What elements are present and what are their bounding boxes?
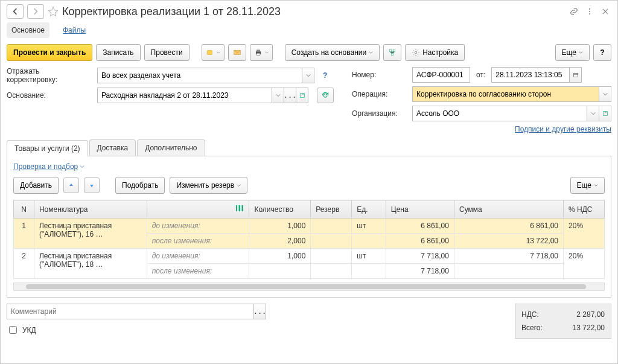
check-and-pick-link[interactable]: Проверка и подбор <box>13 162 84 171</box>
mail-button[interactable] <box>228 44 246 61</box>
row-vat[interactable]: 20% <box>564 249 605 279</box>
after-price[interactable]: 7 718,00 <box>386 264 454 279</box>
col-unit[interactable]: Ед. <box>352 200 386 219</box>
number-input[interactable] <box>412 67 470 83</box>
svg-rect-13 <box>573 73 578 77</box>
svg-point-0 <box>589 8 590 10</box>
post-button[interactable]: Провести <box>144 44 190 61</box>
ot-label: от: <box>476 71 485 79</box>
tab-main[interactable]: Основное <box>7 22 49 38</box>
table-row[interactable]: 1Лестница приставная ("АЛЮМЕТ"), 16 …до … <box>14 219 605 234</box>
before-qty[interactable]: 1,000 <box>249 219 311 234</box>
help-button[interactable]: ? <box>593 44 611 61</box>
svg-point-2 <box>589 13 590 14</box>
operation-combo[interactable] <box>412 86 599 102</box>
basis-dropdown[interactable] <box>272 88 284 103</box>
page-title: Корректировка реализации 1 от 28.11.2023 <box>62 5 564 18</box>
basis-open[interactable] <box>296 88 308 103</box>
basis-choose[interactable]: ... <box>284 88 296 103</box>
after-qty[interactable] <box>249 264 311 279</box>
reflect-help[interactable]: ? <box>323 71 327 80</box>
org-open[interactable] <box>599 106 611 121</box>
create-based-on-button[interactable]: Создать на основании <box>285 44 380 61</box>
attach-button[interactable] <box>202 44 225 61</box>
settings-button[interactable]: Настройка <box>405 44 465 61</box>
tab-goods[interactable]: Товары и услуги (2) <box>7 140 88 156</box>
before-sum[interactable]: 6 861,00 <box>454 219 563 234</box>
comment-expand[interactable]: ... <box>254 304 266 319</box>
date-input[interactable] <box>491 67 570 83</box>
basis-refresh[interactable] <box>317 88 334 103</box>
more-button[interactable]: Еще <box>555 44 590 61</box>
row-item[interactable]: Лестница приставная ("АЛЮМЕТ"), 18 … <box>34 249 147 279</box>
before-unit[interactable]: шт <box>352 219 386 234</box>
link-icon[interactable] <box>568 5 580 18</box>
col-n[interactable]: N <box>14 200 34 219</box>
operation-dropdown[interactable] <box>599 86 611 102</box>
tab-files[interactable]: Файлы <box>58 22 91 38</box>
pick-button[interactable]: Подобрать <box>115 177 165 194</box>
tab-extra[interactable]: Дополнительно <box>137 139 205 156</box>
svg-rect-10 <box>391 53 393 56</box>
after-unit[interactable] <box>352 234 386 249</box>
signatures-link[interactable]: Подписи и другие реквизиты <box>515 125 611 133</box>
after-reserve[interactable] <box>311 234 352 249</box>
forward-button[interactable] <box>27 4 44 19</box>
after-price[interactable]: 6 861,00 <box>386 234 454 249</box>
tab-delivery[interactable]: Доставка <box>89 139 136 156</box>
col-change[interactable] <box>147 200 249 219</box>
move-up-button[interactable] <box>63 177 79 193</box>
before-reserve[interactable] <box>311 219 352 234</box>
svg-rect-14 <box>603 112 607 116</box>
close-icon[interactable] <box>599 5 611 18</box>
basis-input[interactable] <box>97 88 272 103</box>
row-vat[interactable]: 20% <box>564 219 605 249</box>
after-sum[interactable]: 13 722,00 <box>454 234 563 249</box>
comment-input[interactable] <box>7 304 254 319</box>
date-picker[interactable] <box>570 67 582 83</box>
col-vat[interactable]: % НДС <box>564 200 605 219</box>
before-unit[interactable]: шт <box>352 249 386 264</box>
move-down-button[interactable] <box>84 177 100 193</box>
goods-table[interactable]: N Номенклатура Количество Резерв Ед. Цен… <box>13 200 605 279</box>
after-sum[interactable] <box>454 264 563 279</box>
change-reserve-button[interactable]: Изменить резерв <box>170 177 247 194</box>
structure-button[interactable] <box>383 44 401 61</box>
write-button[interactable]: Записать <box>96 44 140 61</box>
org-dropdown[interactable] <box>587 106 599 121</box>
reflect-dropdown[interactable] <box>302 68 314 83</box>
svg-rect-19 <box>242 205 243 211</box>
table-row[interactable]: 2Лестница приставная ("АЛЮМЕТ"), 18 …до … <box>14 249 605 264</box>
before-reserve[interactable] <box>311 249 352 264</box>
ukd-checkbox[interactable] <box>9 326 17 334</box>
col-reserve[interactable]: Резерв <box>311 200 352 219</box>
before-price[interactable]: 6 861,00 <box>386 219 454 234</box>
kebab-icon[interactable] <box>584 5 596 18</box>
back-button[interactable] <box>7 4 24 19</box>
col-sum[interactable]: Сумма <box>454 200 563 219</box>
col-item[interactable]: Номенклатура <box>34 200 147 219</box>
col-price[interactable]: Цена <box>386 200 454 219</box>
add-row-button[interactable]: Добавить <box>13 177 59 194</box>
col-qty[interactable]: Количество <box>249 200 311 219</box>
reflect-combo[interactable] <box>97 68 302 83</box>
org-combo[interactable] <box>412 106 587 121</box>
row-item[interactable]: Лестница приставная ("АЛЮМЕТ"), 16 … <box>34 219 147 249</box>
after-unit[interactable] <box>352 264 386 279</box>
before-sum[interactable]: 7 718,00 <box>454 249 563 264</box>
svg-rect-18 <box>241 205 241 211</box>
before-price[interactable]: 7 718,00 <box>386 249 454 264</box>
barcode-icon <box>235 204 244 214</box>
svg-rect-9 <box>393 49 395 52</box>
favorite-star-icon[interactable] <box>48 6 59 17</box>
row-number: 1 <box>14 219 34 249</box>
before-qty[interactable]: 1,000 <box>249 249 311 264</box>
after-label: после изменения: <box>147 264 249 279</box>
print-button[interactable] <box>250 44 273 61</box>
post-and-close-button[interactable]: Провести и закрыть <box>7 44 92 61</box>
after-qty[interactable]: 2,000 <box>249 234 311 249</box>
svg-rect-12 <box>300 94 304 98</box>
horizontal-scrollbar[interactable] <box>13 283 605 291</box>
table-more-button[interactable]: Еще <box>570 177 605 194</box>
after-reserve[interactable] <box>311 264 352 279</box>
